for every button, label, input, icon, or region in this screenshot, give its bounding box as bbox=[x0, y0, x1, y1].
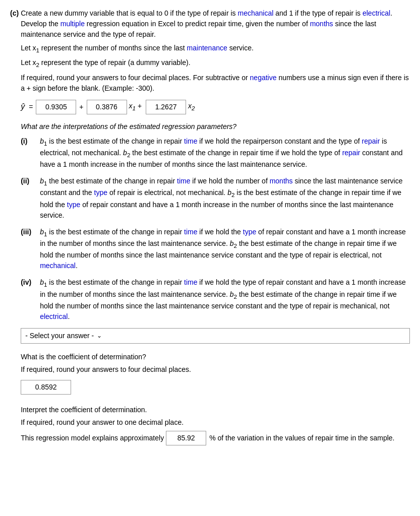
option-i-label: (i) bbox=[21, 136, 40, 147]
option-iii-text: b1 is the best estimate of the change in… bbox=[40, 227, 410, 272]
select-answer-label: - Select your answer - bbox=[25, 331, 94, 341]
interpret-value-input[interactable]: 85.92 bbox=[166, 431, 206, 445]
rounding-note: If required, round your answers to four … bbox=[21, 73, 410, 94]
option-iii-label: (iii) bbox=[21, 227, 40, 237]
select-answer-dropdown[interactable]: - Select your answer - ⌄ bbox=[21, 328, 410, 344]
interpret-suffix: % of the variation in the values of repa… bbox=[209, 433, 394, 443]
b1-input[interactable]: 0.3876 bbox=[87, 100, 127, 114]
plus-sign-1: + bbox=[79, 102, 83, 112]
part-c-label: (c) bbox=[10, 8, 19, 19]
dropdown-arrow-icon: ⌄ bbox=[97, 331, 102, 340]
b2-input[interactable]: 1.2627 bbox=[146, 100, 186, 114]
option-ii-text: b1 the best estimate of the change in re… bbox=[40, 176, 410, 221]
coeff-det-question: What is the coefficient of determination… bbox=[21, 352, 410, 362]
equation-row: ŷ = 0.9305 + 0.3876 x1 + 1.2627 x2 bbox=[21, 100, 410, 114]
intercept-input[interactable]: 0.9305 bbox=[36, 100, 76, 114]
option-i-text: b1 is the best estimate of the change in… bbox=[40, 136, 410, 170]
option-iv-text: b1 is the best estimate of the change in… bbox=[40, 277, 410, 322]
interpret-label: Interpret the coefficient of determinati… bbox=[21, 405, 410, 415]
interpret-prefix: This regression model explains approxima… bbox=[21, 433, 164, 443]
x2-label: x2 bbox=[188, 101, 195, 112]
y-hat-symbol: ŷ bbox=[21, 101, 25, 113]
equals-sign: = bbox=[29, 102, 33, 112]
option-ii: (ii) b1 the best estimate of the change … bbox=[21, 176, 410, 221]
option-ii-label: (ii) bbox=[21, 176, 40, 186]
x1-definition: Let x1 represent the number of months si… bbox=[21, 43, 410, 54]
coeff-det-input-wrapper: 0.8592 bbox=[21, 377, 410, 398]
option-iv-label: (iv) bbox=[21, 277, 40, 288]
x1-label: x1 + bbox=[129, 101, 142, 112]
coeff-det-rounding: If required, round your answers to four … bbox=[21, 364, 410, 375]
option-iv: (iv) b1 is the best estimate of the chan… bbox=[21, 277, 410, 322]
option-i: (i) b1 is the best estimate of the chang… bbox=[21, 136, 410, 170]
part-c-description: Create a new dummy variable that is equa… bbox=[21, 8, 410, 40]
x2-definition: Let x2 represent the type of repair (a d… bbox=[21, 57, 410, 69]
part-c-container: (c) Create a new dummy variable that is … bbox=[10, 8, 410, 445]
coeff-det-section: What is the coefficient of determination… bbox=[21, 352, 410, 445]
interpret-rounding: If required, round your answer to one de… bbox=[21, 417, 410, 428]
interp-question: What are the interpretations of the esti… bbox=[21, 121, 410, 132]
coeff-det-input[interactable]: 0.8592 bbox=[21, 380, 71, 395]
option-iii: (iii) b1 is the best estimate of the cha… bbox=[21, 227, 410, 272]
interpret-row: This regression model explains approxima… bbox=[21, 431, 410, 445]
